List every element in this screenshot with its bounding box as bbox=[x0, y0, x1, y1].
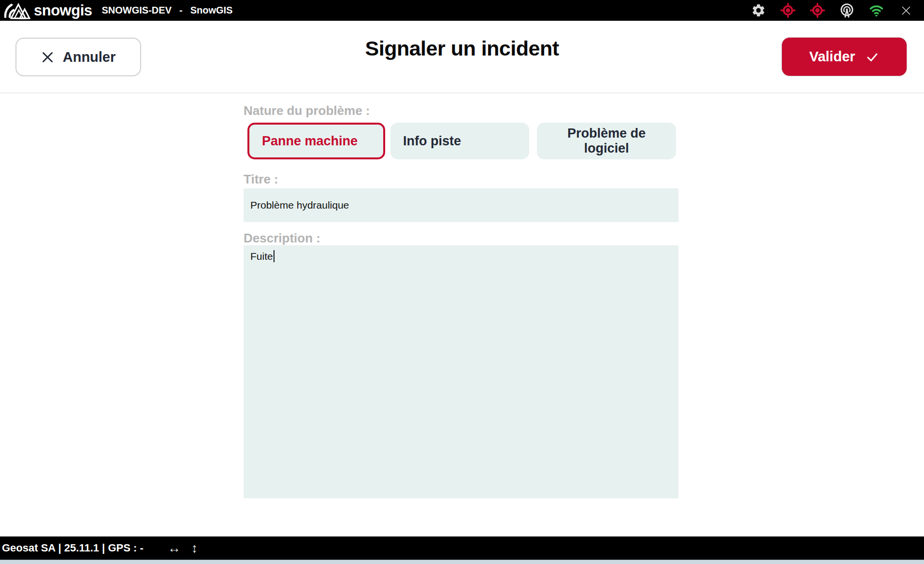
description-label: Description : bbox=[244, 231, 320, 246]
type-option-probleme-logiciel[interactable]: Problème de logiciel bbox=[537, 123, 676, 159]
app-name-label: SnowGIS bbox=[190, 5, 233, 16]
status-bar: Geosat SA | 25.11.1 | GPS : - ↔ ↕ bbox=[0, 536, 924, 560]
environment-label: SNOWGIS-DEV bbox=[102, 5, 172, 16]
description-textarea[interactable]: Fuite bbox=[244, 245, 679, 498]
titlebar: snowgis SNOWGIS-DEV - SnowGIS bbox=[0, 0, 924, 21]
logo-wordmark: snowgis bbox=[34, 0, 92, 21]
problem-type-options: Panne machine Info piste Problème de log… bbox=[244, 123, 679, 161]
horizontal-arrow-icon: ↔ bbox=[168, 541, 181, 556]
status-arrows: ↔ ↕ bbox=[168, 541, 198, 556]
settings-gear-icon[interactable] bbox=[751, 3, 766, 18]
broadcast-antenna-icon[interactable] bbox=[839, 3, 854, 18]
vertical-arrow-icon: ↕ bbox=[191, 541, 198, 556]
snowgis-logo-icon bbox=[4, 1, 31, 20]
validate-button-label: Valider bbox=[809, 49, 855, 65]
title-label: Titre : bbox=[244, 172, 278, 187]
wifi-icon[interactable] bbox=[869, 3, 884, 18]
text-caret bbox=[274, 250, 274, 262]
description-text: Fuite bbox=[250, 251, 273, 262]
app-logo: snowgis SNOWGIS-DEV - SnowGIS bbox=[0, 0, 232, 21]
title-separator: - bbox=[179, 5, 183, 16]
validate-button[interactable]: Valider bbox=[781, 37, 907, 76]
nature-label: Nature du problème : bbox=[244, 103, 370, 118]
page-header: Annuler Signaler un incident Valider bbox=[0, 21, 924, 93]
bottom-edge-strip bbox=[0, 560, 924, 564]
close-window-icon[interactable] bbox=[898, 3, 913, 18]
checkmark-icon bbox=[865, 50, 880, 64]
type-option-panne-machine[interactable]: Panne machine bbox=[247, 123, 385, 159]
gps-target-icon-1[interactable] bbox=[780, 3, 795, 18]
gps-target-icon-2[interactable] bbox=[810, 3, 825, 18]
titlebar-icons bbox=[751, 3, 924, 18]
type-option-info-piste[interactable]: Info piste bbox=[390, 123, 529, 159]
status-info-text: Geosat SA | 25.11.1 | GPS : - bbox=[0, 542, 144, 554]
title-input[interactable] bbox=[244, 188, 679, 222]
